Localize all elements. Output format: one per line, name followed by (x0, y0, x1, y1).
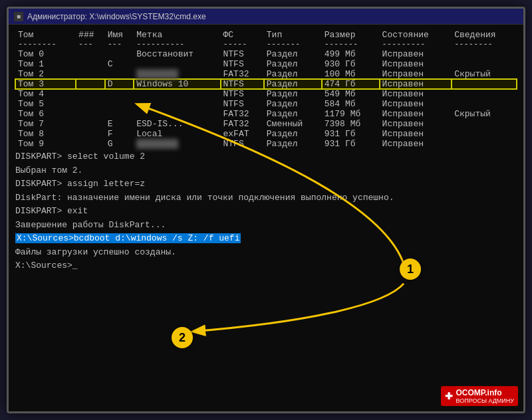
cell-label: ESD-IS... (134, 119, 220, 129)
cell-name (105, 89, 134, 99)
cell-fs: FAT32 (221, 69, 264, 79)
window-icon: ■ (14, 12, 23, 21)
table-row: Том 9 G ████████ NTFS Раздел 931 Гб Испр… (15, 139, 517, 149)
cmd-line: DISKPART> select volume 2 (15, 150, 517, 163)
cell-fs: FAT32 (221, 109, 264, 119)
disk-table: Том ### Имя Метка ФС Тип Размер Состояни… (15, 30, 517, 149)
badge-2: 2 (172, 327, 193, 348)
cell-name (105, 49, 134, 59)
cell-num (76, 69, 105, 79)
cell-label: Local (134, 129, 220, 139)
cell-type: Раздел (264, 79, 322, 89)
cmd-line: Завершение работы DiskPart... (15, 219, 517, 232)
cell-info (452, 59, 517, 69)
command-lines: DISKPART> select volume 2Выбран том 2.DI… (15, 150, 517, 272)
cell-tom: Том 8 (15, 129, 76, 139)
col-status: Состояние (380, 30, 452, 40)
cell-size: 931 Гб (322, 129, 380, 139)
cell-type: Раздел (264, 109, 322, 119)
cell-size: 549 Мб (322, 89, 380, 99)
cell-name (105, 69, 134, 79)
cell-label (134, 89, 220, 99)
highlighted-command: X:\Sources>bcdboot d:\windows /s Z: /f u… (15, 233, 241, 243)
cell-name: F (105, 129, 134, 139)
cell-size: 100 Мб (322, 69, 380, 79)
watermark-title: OCOMP.info (456, 388, 514, 397)
cell-type: Раздел (264, 49, 322, 59)
cell-num (76, 89, 105, 99)
table-row: Том 4 NTFS Раздел 549 Мб Исправен (15, 89, 517, 99)
col-fs: ФС (221, 30, 264, 40)
cell-num (76, 109, 105, 119)
cell-num (76, 119, 105, 129)
cell-name: E (105, 119, 134, 129)
col-info: Сведения (452, 30, 517, 40)
cmd-line: X:\Sources>_ (15, 259, 517, 272)
cell-label: Восстановит (134, 49, 220, 59)
table-row: Том 5 NTFS Раздел 584 Мб Исправен (15, 99, 517, 109)
cell-num (76, 99, 105, 109)
watermark: ✚ OCOMP.info ВОПРОСЫ АДМИНУ (441, 386, 518, 406)
cell-status: Исправен (380, 99, 452, 109)
cell-status: Исправен (380, 109, 452, 119)
cell-fs: FAT32 (221, 119, 264, 129)
cmd-line: DiskPart: назначение имени диска или точ… (15, 191, 517, 205)
cell-tom: Том 3 (15, 79, 76, 89)
cmd-content-area: Том ### Имя Метка ФС Тип Размер Состояни… (9, 25, 523, 411)
cell-status: Исправен (380, 89, 452, 99)
col-tom: Том (15, 30, 76, 40)
col-name: Имя (105, 30, 134, 40)
cmd-line: DISKPART> exit (15, 205, 517, 218)
cell-status: Исправен (380, 129, 452, 139)
cmd-line: Файлы загрузки успешно созданы. (15, 246, 517, 259)
arrow-2 (194, 284, 404, 332)
cell-type: Раздел (264, 89, 322, 99)
cell-num (76, 59, 105, 69)
table-row: Том 7 E ESD-IS... FAT32 Сменный 7398 Мб … (15, 119, 517, 129)
cell-type: Раздел (264, 129, 322, 139)
cell-label (134, 109, 220, 119)
cell-fs: NTFS (221, 49, 264, 59)
cmd-line: DISKPART> assign letter=z (15, 177, 517, 191)
cell-fs: NTFS (221, 139, 264, 149)
cell-tom: Том 6 (15, 109, 76, 119)
cell-label: Windows 10 (134, 79, 220, 89)
cell-status: Исправен (380, 59, 452, 69)
cell-info (452, 139, 517, 149)
cell-info (452, 119, 517, 129)
cmd-line: Выбран том 2. (15, 164, 517, 177)
cell-name: G (105, 139, 134, 149)
cell-tom: Том 2 (15, 69, 76, 79)
cmd-window: ■ Администратор: X:\windows\SYSTEM32\cmd… (7, 7, 525, 413)
cell-size: 7398 Мб (322, 119, 380, 129)
cell-tom: Том 1 (15, 59, 76, 69)
cell-info: Скрытый (452, 109, 517, 119)
watermark-subtitle: ВОПРОСЫ АДМИНУ (456, 397, 514, 404)
table-body: Том 0 Восстановит NTFS Раздел 499 Мб Исп… (15, 49, 517, 149)
cell-info: Скрытый (452, 69, 517, 79)
table-row: Том 6 FAT32 Раздел 1179 Мб Исправен Скры… (15, 109, 517, 119)
cell-info (452, 49, 517, 59)
col-type: Тип (264, 30, 322, 40)
col-size: Размер (322, 30, 380, 40)
cell-size: 584 Мб (322, 99, 380, 109)
cell-tom: Том 4 (15, 89, 76, 99)
cell-status: Исправен (380, 69, 452, 79)
cell-info (452, 89, 517, 99)
cell-fs: NTFS (221, 79, 264, 89)
cell-info (452, 99, 517, 109)
cell-num (76, 79, 105, 89)
cell-label (134, 99, 220, 109)
window-title: Администратор: X:\windows\SYSTEM32\cmd.e… (27, 12, 206, 21)
badge-1: 1 (400, 259, 421, 280)
cell-tom: Том 0 (15, 49, 76, 59)
cell-status: Исправен (380, 79, 452, 89)
cell-fs: NTFS (221, 59, 264, 69)
cell-fs: NTFS (221, 89, 264, 99)
cell-size: 474 Гб (322, 79, 380, 89)
cell-type: Раздел (264, 139, 322, 149)
cell-size: 930 Гб (322, 59, 380, 69)
table-row: Том 2 ████████ FAT32 Раздел 100 Мб Испра… (15, 69, 517, 79)
table-separator: -------- --- --- ---------- ----- ------… (15, 40, 517, 49)
cell-size: 931 Гб (322, 139, 380, 149)
